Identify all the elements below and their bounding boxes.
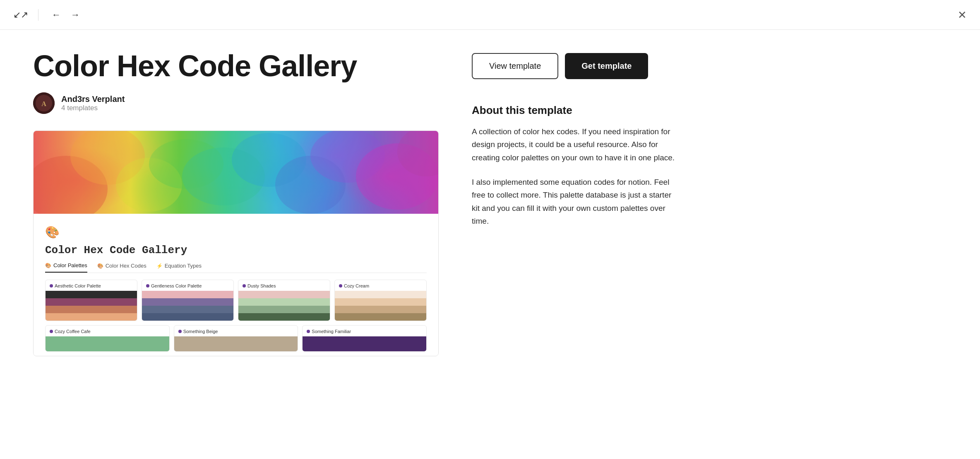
palette-card-aesthetic: Aesthetic Color Palette	[45, 280, 137, 321]
swatch	[238, 291, 330, 298]
tab-eq-label: Equation Types	[165, 263, 202, 269]
preview-tabs: 🎨 Color Palettes 🎨 Color Hex Codes ⚡ Equ…	[45, 262, 427, 273]
preview-container: 🎨 Color Hex Code Gallery 🎨 Color Palette…	[33, 130, 439, 356]
svg-text:A: A	[41, 100, 46, 107]
palette-card-coffee: Cozy Coffee Cafe	[45, 325, 170, 352]
swatch	[303, 336, 426, 351]
palette-grid-bottom: Cozy Coffee Cafe Something Beige	[45, 325, 427, 356]
swatch	[238, 313, 330, 321]
main-content: Color Hex Code Gallery A And3rs Verplant…	[0, 30, 980, 459]
swatch	[142, 291, 233, 298]
about-title: About this template	[472, 104, 679, 117]
palette-name-gentleness: Gentleness Color Palette	[151, 283, 202, 288]
back-button[interactable]: ←	[48, 8, 64, 22]
author-row: A And3rs Verplant 4 templates	[33, 92, 439, 114]
preview-paint-icon: 🎨	[45, 225, 60, 239]
palette-name-aesthetic: Aesthetic Color Palette	[55, 283, 101, 288]
swatch	[238, 298, 330, 306]
palette-card-beige: Something Beige	[174, 325, 298, 352]
palette-title-dusty: Dusty Shades	[238, 280, 330, 291]
page-title: Color Hex Code Gallery	[33, 50, 439, 82]
palette-dot	[339, 284, 342, 287]
tab-color-palettes[interactable]: 🎨 Color Palettes	[45, 262, 87, 273]
palette-dot	[243, 284, 246, 287]
about-paragraph-2: I also implemented some equation codes f…	[472, 176, 679, 227]
palette-name-cozy-cream: Cozy Cream	[344, 283, 369, 288]
tab-eq-icon: ⚡	[156, 263, 163, 269]
action-buttons: View template Get template	[472, 53, 679, 79]
swatch	[46, 336, 169, 351]
preview-icon-row: 🎨	[45, 225, 427, 239]
swatch	[335, 306, 426, 313]
author-info: And3rs Verplant 4 templates	[61, 94, 125, 112]
avatar: A	[33, 92, 55, 114]
swatch	[142, 313, 233, 321]
palette-title-beige: Something Beige	[174, 326, 298, 336]
palette-dot	[50, 284, 53, 287]
palette-title-aesthetic: Aesthetic Color Palette	[46, 280, 137, 291]
palette-dot	[50, 330, 53, 333]
author-templates: 4 templates	[61, 104, 125, 112]
palette-title-cozy-cream: Cozy Cream	[335, 280, 426, 291]
left-panel: Color Hex Code Gallery A And3rs Verplant…	[33, 50, 439, 459]
tab-palettes-label: Color Palettes	[53, 262, 87, 268]
tab-hex-label: Color Hex Codes	[106, 263, 147, 269]
tab-hex-icon: 🎨	[97, 263, 103, 269]
palette-title-coffee: Cozy Coffee Cafe	[46, 326, 169, 336]
swatch	[46, 291, 137, 298]
palette-card-familiar: Something Familiar	[302, 325, 427, 352]
nav-divider	[38, 9, 38, 21]
palette-card-dusty: Dusty Shades	[238, 280, 330, 321]
swatch	[335, 298, 426, 306]
forward-button[interactable]: →	[67, 8, 83, 22]
swatch	[46, 306, 137, 313]
palette-name-coffee: Cozy Coffee Cafe	[55, 329, 91, 334]
swatch	[142, 298, 233, 306]
top-navigation: ↙↗ ← → ✕	[0, 0, 980, 30]
tab-equation-types[interactable]: ⚡ Equation Types	[156, 262, 202, 273]
right-panel: View template Get template About this te…	[472, 50, 679, 459]
tab-color-hex-codes[interactable]: 🎨 Color Hex Codes	[97, 262, 147, 273]
expand-icon[interactable]: ↙↗	[13, 10, 28, 20]
preview-header-image	[34, 131, 438, 214]
palette-grid: Aesthetic Color Palette Gentleness Color…	[45, 280, 427, 325]
palette-name-familiar: Something Familiar	[312, 329, 351, 334]
preview-body: 🎨 Color Hex Code Gallery 🎨 Color Palette…	[34, 214, 438, 356]
palette-title-gentleness: Gentleness Color Palette	[142, 280, 233, 291]
swatch	[46, 313, 137, 321]
swatch	[335, 291, 426, 298]
palette-name-beige: Something Beige	[183, 329, 218, 334]
get-template-button[interactable]: Get template	[565, 53, 648, 79]
author-name: And3rs Verplant	[61, 94, 125, 104]
close-button[interactable]: ✕	[958, 10, 967, 20]
palette-dot	[146, 284, 149, 287]
swatch	[238, 306, 330, 313]
swatch	[174, 336, 298, 351]
palette-dot	[178, 330, 182, 333]
palette-name-dusty: Dusty Shades	[247, 283, 276, 288]
palette-card-cozy-cream: Cozy Cream	[334, 280, 427, 321]
view-template-button[interactable]: View template	[472, 53, 558, 79]
swatch	[46, 298, 137, 306]
swatch	[142, 306, 233, 313]
about-paragraph-1: A collection of color hex codes. If you …	[472, 125, 679, 164]
palette-dot	[307, 330, 310, 333]
swatch	[335, 313, 426, 321]
preview-db-title: Color Hex Code Gallery	[45, 244, 427, 256]
palette-card-gentleness: Gentleness Color Palette	[142, 280, 234, 321]
palette-title-familiar: Something Familiar	[303, 326, 426, 336]
tab-palettes-icon: 🎨	[45, 263, 51, 268]
